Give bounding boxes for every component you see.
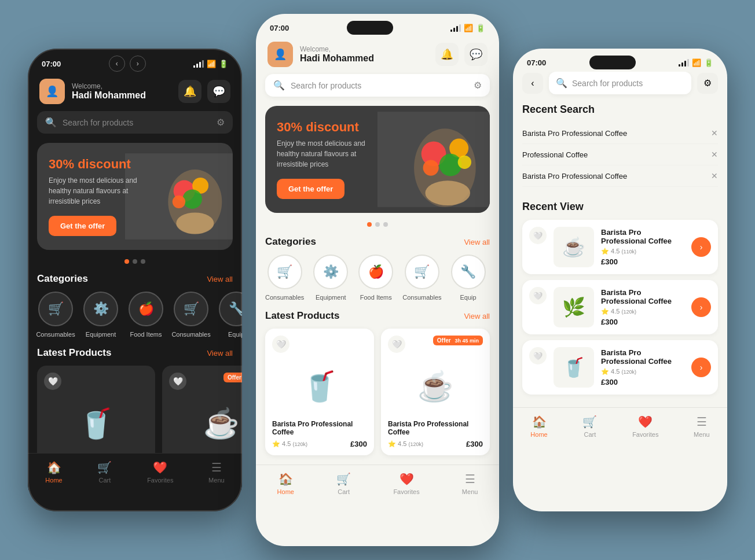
- search-bar-2[interactable]: 🔍 Search for products ⚙: [265, 74, 490, 97]
- status-icons-2: 📶 🔋: [450, 24, 485, 32]
- view-all-latest-2[interactable]: View all: [464, 312, 490, 320]
- menu-label-3: Menu: [694, 431, 710, 438]
- dot-1: [124, 259, 129, 264]
- cat-icon-equipment-p2: ⚙️: [313, 255, 348, 289]
- dot-1-2: [367, 222, 372, 227]
- search-bar[interactable]: 🔍 Search for products ⚙: [37, 111, 233, 134]
- recent-product-1[interactable]: 🤍 ☕ Barista Pro Professional Coffee ⭐ 4.…: [522, 220, 718, 274]
- recent-fav-3[interactable]: 🤍: [529, 347, 547, 364]
- fav-btn-p2-2[interactable]: 🤍: [388, 336, 405, 353]
- fav-btn-1[interactable]: 🤍: [44, 373, 61, 390]
- view-all-categories[interactable]: View all: [207, 275, 233, 283]
- cart-icon: 🛒: [97, 460, 112, 474]
- fav-btn-p2-1[interactable]: 🤍: [272, 336, 289, 353]
- nav-menu-3[interactable]: ☰ Menu: [684, 412, 719, 440]
- next-btn[interactable]: ›: [130, 56, 146, 72]
- category-equipment-p2[interactable]: ⚙️ Equipment: [312, 255, 349, 301]
- recent-product-price-2: £300: [601, 318, 684, 326]
- recent-product-name-2: Barista Pro Professional Coffee: [601, 288, 684, 305]
- product-name-p2-2: Barista Pro Professional Coffee: [388, 420, 483, 436]
- category-consumables-p2-2[interactable]: 🛒 Consumables: [402, 255, 441, 301]
- category-label-equipment: Equipment: [86, 331, 116, 338]
- latest-header-2: Latest Products View all: [256, 310, 499, 329]
- notch: [347, 21, 393, 35]
- nav-home-3[interactable]: 🏠 Home: [521, 412, 556, 440]
- category-equipment[interactable]: ⚙️ Equipment: [82, 292, 119, 338]
- recent-product-2[interactable]: 🤍 🌿 Barista Pro Professional Coffee ⭐ 4.…: [522, 280, 718, 334]
- nav-favorites-3[interactable]: ❤️ Favorites: [623, 412, 668, 440]
- banner-dots-2: [256, 222, 499, 227]
- category-consumables-2[interactable]: 🛒 Consumables: [173, 292, 210, 338]
- nav-home-2[interactable]: 🏠 Home: [268, 470, 303, 498]
- message-btn[interactable]: 💬: [207, 80, 230, 103]
- banner: 30% discount Enjoy the most delicious an…: [37, 143, 233, 250]
- arrow-btn-1[interactable]: ›: [691, 237, 711, 257]
- discount-text-2: discount: [306, 120, 359, 134]
- category-food-p2[interactable]: 🍎 Food Items: [357, 255, 394, 301]
- recent-fav-2[interactable]: 🤍: [529, 287, 547, 304]
- category-consumables-p2-1[interactable]: 🛒 Consumables: [265, 255, 304, 301]
- search-placeholder-2: Search for products: [291, 81, 468, 90]
- phone-content: 👤 Welcome, Hadi Mohammed 🔔 💬 🔍 Search fo…: [28, 74, 242, 491]
- fav-btn-2[interactable]: 🤍: [169, 373, 186, 390]
- search-bar-full[interactable]: 🔍 Search for products: [549, 72, 691, 94]
- arrow-btn-3[interactable]: ›: [691, 358, 711, 377]
- recent-fav-1[interactable]: 🤍: [529, 227, 547, 244]
- filter-icon-2[interactable]: ⚙: [474, 80, 482, 91]
- header-left: 👤 Welcome, Hadi Mohammed: [39, 79, 146, 104]
- back-btn[interactable]: ‹: [522, 73, 543, 94]
- categories-list-2: 🛒 Consumables ⚙️ Equipment 🍎 Food Items …: [256, 255, 499, 310]
- recent-product-3[interactable]: 🤍 🥤 Barista Pro Professional Coffee ⭐ 4.…: [522, 340, 718, 395]
- filter-icon[interactable]: ⚙: [217, 117, 225, 128]
- prev-btn[interactable]: ‹: [109, 56, 125, 72]
- nav-cart-3[interactable]: 🛒 Cart: [573, 412, 606, 440]
- close-recent-2[interactable]: ✕: [711, 150, 718, 159]
- search-icon: 🔍: [45, 117, 57, 128]
- banner-discount-2: 30% discount: [277, 120, 478, 135]
- battery-icon-3: 🔋: [704, 58, 713, 67]
- cart-label-2: Cart: [338, 488, 350, 495]
- close-recent-3[interactable]: ✕: [711, 171, 718, 180]
- recent-view-section: Recent View 🤍 ☕ Barista Pro Professional…: [513, 194, 727, 407]
- product-meta-p2-2: ⭐ 4.5 (120k) £300: [388, 440, 483, 448]
- arrow-btn-2[interactable]: ›: [691, 297, 711, 317]
- view-all-categories-2[interactable]: View all: [464, 238, 490, 246]
- category-consumables-1[interactable]: 🛒 Consumables: [37, 292, 74, 338]
- welcome-prefix: Welcome,: [72, 82, 146, 90]
- category-label-equip: Equip: [228, 331, 242, 338]
- category-equip[interactable]: 🔧 Equip: [218, 292, 242, 338]
- notification-btn-2[interactable]: 🔔: [435, 43, 459, 66]
- discount-text: discount: [78, 157, 131, 171]
- nav-cart-2[interactable]: 🛒 Cart: [327, 470, 360, 498]
- notification-btn[interactable]: 🔔: [178, 80, 201, 103]
- signal-icon: [193, 60, 204, 68]
- close-recent-1[interactable]: ✕: [711, 128, 718, 138]
- category-equip-p2[interactable]: 🔧 Equip: [450, 255, 487, 301]
- get-offer-btn[interactable]: Get the offer: [49, 216, 116, 236]
- favorites-label-2: Favorites: [393, 488, 419, 495]
- recent-product-info-1: Barista Pro Professional Coffee ⭐ 4.5 (1…: [601, 228, 684, 266]
- nav-favorites[interactable]: ❤️ Favorites: [138, 458, 182, 486]
- category-food-items[interactable]: 🍎 Food Items: [127, 292, 164, 338]
- home-icon-2: 🏠: [278, 472, 293, 486]
- product-card-p2-1[interactable]: 🤍 🥤 Barista Pro Professional Coffee ⭐ 4.…: [265, 329, 374, 455]
- product-price-p2-1: £300: [350, 440, 367, 448]
- nav-home[interactable]: 🏠 Home: [36, 458, 71, 486]
- home-label: Home: [45, 477, 62, 484]
- nav-menu-2[interactable]: ☰ Menu: [453, 470, 488, 498]
- home-label-3: Home: [530, 431, 547, 438]
- cart-label: Cart: [99, 477, 111, 484]
- filter-btn[interactable]: ⚙: [697, 73, 718, 94]
- get-offer-btn-2[interactable]: Get the offer: [277, 179, 344, 199]
- header: 👤 Welcome, Hadi Mohammed 🔔 💬: [28, 74, 242, 111]
- dot-2-2: [375, 222, 380, 227]
- nav-cart[interactable]: 🛒 Cart: [88, 458, 121, 486]
- phone-search: 07:00 📶 🔋 ‹ 🔍 Search for products ⚙ Re: [513, 49, 727, 511]
- product-card-p2-2[interactable]: 🤍 Offer 3h 45 min ☕ Barista Pro Professi…: [381, 329, 490, 455]
- message-btn-2[interactable]: 💬: [464, 43, 488, 66]
- cat-label-consumables-p2-1: Consumables: [265, 294, 304, 301]
- nav-menu[interactable]: ☰ Menu: [199, 458, 234, 486]
- view-all-latest[interactable]: View all: [207, 349, 233, 358]
- nav-favorites-2[interactable]: ❤️ Favorites: [384, 470, 428, 498]
- category-label-consumables-2: Consumables: [171, 331, 210, 338]
